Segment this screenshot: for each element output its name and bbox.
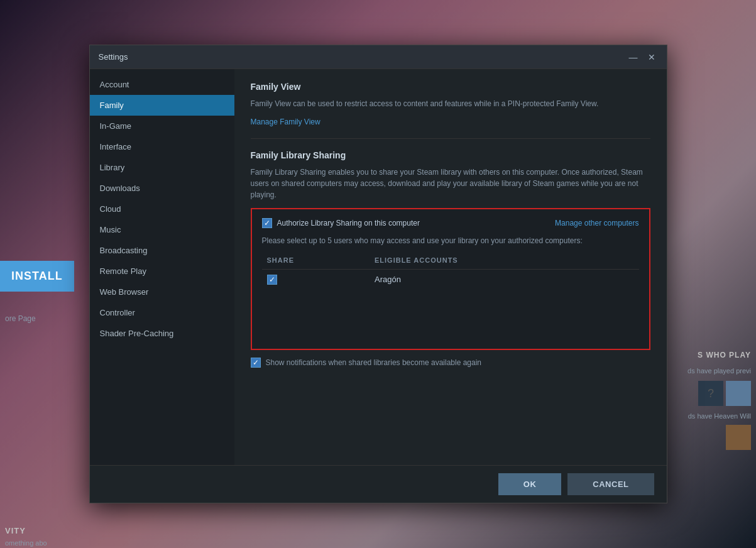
ok-button[interactable]: OK [498, 473, 562, 495]
table-row: ✓ Aragón [262, 269, 639, 290]
close-button[interactable]: ✕ [645, 53, 658, 62]
sidebar-item-broadcasting[interactable]: Broadcasting [90, 240, 234, 261]
settings-footer: OK CANCEL [90, 465, 667, 503]
sidebar-item-interface[interactable]: Interface [90, 136, 234, 157]
settings-body: Account Family In-Game Interface Library… [90, 69, 667, 465]
authorize-left: ✓ Authorize Library Sharing on this comp… [262, 218, 420, 228]
manage-family-view-link[interactable]: Manage Family View [251, 118, 320, 126]
modal-overlay: Settings — ✕ Account Family In-Game Inte… [0, 0, 756, 548]
notification-label: Show notifications when shared libraries… [266, 358, 482, 367]
manage-other-computers-link[interactable]: Manage other computers [555, 219, 638, 227]
family-library-desc: Family Library Sharing enables you to sh… [251, 167, 650, 200]
sharing-box: ✓ Authorize Library Sharing on this comp… [251, 208, 650, 350]
notification-checkbox[interactable]: ✓ [251, 358, 261, 368]
notification-row: ✓ Show notifications when shared librari… [251, 358, 650, 368]
authorize-checkbox[interactable]: ✓ [262, 218, 272, 228]
title-bar-controls: — ✕ [627, 53, 658, 62]
row-account-name: Aragón [375, 275, 401, 284]
row-share-cell: ✓ [262, 269, 370, 290]
minimize-button[interactable]: — [627, 53, 640, 62]
sidebar-item-remote-play[interactable]: Remote Play [90, 261, 234, 282]
authorize-label: Authorize Library Sharing on this comput… [277, 219, 420, 227]
table-header-row: SHARE ELIGIBLE ACCOUNTS [262, 254, 639, 270]
share-table: SHARE ELIGIBLE ACCOUNTS ✓ [262, 254, 639, 290]
row-check-mark: ✓ [269, 276, 275, 283]
sidebar-item-music[interactable]: Music [90, 219, 234, 240]
col-eligible: ELIGIBLE ACCOUNTS [370, 254, 639, 270]
authorize-check-mark: ✓ [264, 219, 270, 227]
cancel-button[interactable]: CANCEL [567, 473, 654, 495]
title-bar: Settings — ✕ [90, 45, 667, 69]
sidebar-item-family[interactable]: Family [90, 95, 234, 116]
notification-check-mark: ✓ [253, 359, 259, 366]
row-account-cell: Aragón [370, 269, 639, 290]
sidebar-item-web-browser[interactable]: Web Browser [90, 282, 234, 302]
content-area: Family View Family View can be used to r… [234, 69, 667, 465]
col-share: SHARE [262, 254, 370, 270]
sidebar-item-downloads[interactable]: Downloads [90, 178, 234, 199]
row-checkbox[interactable]: ✓ [267, 275, 277, 285]
sidebar-item-in-game[interactable]: In-Game [90, 116, 234, 136]
sidebar-item-library[interactable]: Library [90, 157, 234, 178]
sidebar-item-account[interactable]: Account [90, 74, 234, 95]
family-library-title: Family Library Sharing [251, 150, 650, 160]
sidebar-item-cloud[interactable]: Cloud [90, 199, 234, 219]
family-view-desc: Family View can be used to restrict acce… [251, 98, 650, 109]
family-view-title: Family View [251, 82, 650, 92]
authorize-row: ✓ Authorize Library Sharing on this comp… [262, 218, 639, 228]
select-desc: Please select up to 5 users who may acce… [262, 236, 639, 246]
divider-1 [251, 138, 650, 139]
sidebar-item-shader-pre-caching[interactable]: Shader Pre-Caching [90, 323, 234, 344]
window-title: Settings [99, 52, 128, 62]
sidebar-item-controller[interactable]: Controller [90, 302, 234, 323]
settings-window: Settings — ✕ Account Family In-Game Inte… [89, 45, 667, 503]
empty-rows-space [262, 290, 639, 340]
sidebar: Account Family In-Game Interface Library… [90, 69, 234, 465]
